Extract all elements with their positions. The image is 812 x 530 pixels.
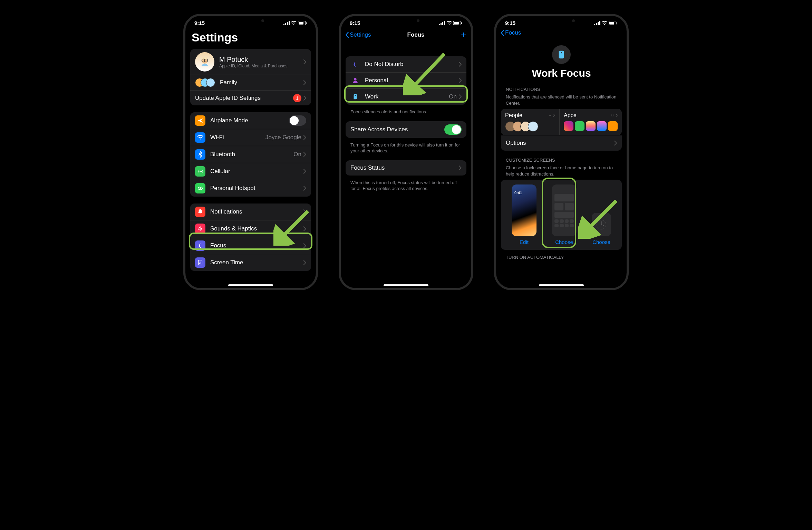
notch (380, 16, 432, 26)
airplane-toggle[interactable] (289, 115, 306, 126)
cellular-row[interactable]: Cellular (190, 163, 311, 180)
hotspot-row[interactable]: Personal Hotspot (190, 180, 311, 197)
bluetooth-value: On (293, 151, 301, 158)
gear-icon (548, 113, 552, 117)
chevron-right-icon (303, 80, 306, 85)
phone-work-focus: 9:15 Focus Work Focus NOTIFICATIONS Noti… (494, 14, 629, 290)
back-button[interactable]: Focus (501, 29, 521, 36)
update-apple-id-row[interactable]: Update Apple ID Settings 1 (190, 90, 311, 105)
bell-slash-icon (610, 113, 615, 117)
svg-rect-19 (354, 94, 357, 99)
wifi-row[interactable]: Wi-Fi Joyce Google (190, 129, 311, 146)
hotspot-label: Personal Hotspot (210, 185, 303, 192)
edit-label[interactable]: Edit (520, 239, 529, 245)
home-indicator[interactable] (539, 284, 584, 286)
chevron-right-icon (303, 260, 306, 265)
svg-point-23 (561, 52, 562, 54)
share-label: Share Across Devices (350, 126, 444, 133)
bluetooth-row[interactable]: Bluetooth On (190, 146, 311, 163)
bluetooth-icon (195, 149, 205, 160)
battery-icon (298, 21, 307, 25)
wifi-value: Joyce Google (265, 134, 301, 141)
options-group: Options (501, 135, 622, 151)
cellular-icon (195, 166, 205, 177)
svg-line-21 (412, 54, 444, 88)
signal-icon (283, 21, 290, 25)
svg-point-20 (355, 95, 356, 96)
choose-home-label[interactable]: Choose (555, 239, 573, 245)
person-icon (350, 76, 360, 85)
apps-tile[interactable]: Apps (560, 109, 622, 135)
focus-icon (195, 240, 205, 251)
badge-count: 1 (293, 94, 301, 102)
share-row[interactable]: Share Across Devices (346, 121, 466, 138)
home-indicator[interactable] (384, 284, 428, 286)
options-row[interactable]: Options (501, 135, 622, 151)
chevron-right-icon (553, 114, 555, 117)
back-chevron-icon (501, 30, 504, 36)
battery-icon (453, 21, 462, 25)
badge-icon (350, 92, 360, 102)
sounds-icon (195, 224, 205, 234)
chevron-right-icon (303, 59, 306, 64)
work-focus-header-icon (552, 45, 571, 64)
add-focus-button[interactable]: + (461, 29, 466, 40)
profile-row[interactable]: M Potuck Apple ID, iCloud, Media & Purch… (190, 49, 311, 75)
annotation-arrow (403, 50, 448, 95)
nav-header: Settings Focus + (341, 27, 471, 42)
people-label: People (505, 112, 522, 119)
phone-settings: 9:15 Settings M Potuck Apple ID, iCloud,… (183, 14, 318, 290)
airplane-row[interactable]: Airplane Mode (190, 112, 311, 129)
chevron-right-icon (459, 165, 462, 170)
wifi-icon (602, 21, 607, 25)
home-indicator[interactable] (228, 284, 273, 286)
options-label: Options (506, 140, 614, 146)
svg-line-17 (280, 211, 308, 239)
annotation-arrow (578, 197, 620, 239)
family-label: Family (220, 79, 303, 86)
chevron-right-icon (303, 186, 306, 191)
customize-head: CUSTOMIZE SCREENS (501, 158, 622, 165)
hotspot-icon (195, 183, 205, 193)
people-tile[interactable]: People (501, 109, 559, 135)
chevron-right-icon (459, 62, 462, 67)
family-row[interactable]: Family (190, 75, 311, 90)
nav-title: Focus (407, 31, 425, 38)
lock-preview-icon: 9:41 (512, 184, 536, 236)
moon-icon (350, 59, 360, 69)
svg-rect-22 (559, 51, 564, 58)
back-button[interactable]: Settings (346, 31, 371, 38)
cellular-label: Cellular (210, 168, 303, 175)
status-time: 9:15 (350, 20, 360, 26)
notifications-desc: Notifications that are silenced will be … (501, 94, 622, 109)
chevron-right-icon (303, 135, 306, 140)
annotation-arrow (273, 208, 311, 246)
choose-watch-label[interactable]: Choose (592, 239, 610, 245)
chevron-right-icon (303, 152, 306, 157)
lock-screen-preview[interactable]: 9:41 Edit (512, 184, 536, 245)
share-toggle[interactable] (444, 124, 462, 135)
svg-rect-13 (199, 260, 202, 265)
screentime-row[interactable]: Screen Time (190, 254, 311, 271)
update-label: Update Apple ID Settings (195, 95, 293, 102)
chevron-right-icon (303, 169, 306, 174)
focus-status-label: Focus Status (350, 164, 459, 171)
focus-status-row[interactable]: Focus Status (346, 160, 466, 176)
phone-focus-list: 9:15 Settings Focus + Do Not Disturb (339, 14, 473, 290)
lock-time-label: 9:41 (514, 191, 522, 195)
focus-status-group: Focus Status (346, 160, 466, 176)
chevron-right-icon (459, 78, 462, 83)
people-avatars (505, 121, 555, 132)
chevron-right-icon (459, 94, 462, 99)
wifi-icon (446, 21, 452, 25)
home-preview-icon (552, 184, 577, 236)
home-screen-preview[interactable]: Choose (552, 184, 577, 245)
auto-head: TURN ON AUTOMATICALLY (501, 255, 622, 262)
share-footer: Turning a Focus on for this device will … (346, 140, 466, 160)
wifi-settings-icon (195, 132, 205, 143)
nav-header: Focus (496, 27, 627, 38)
connectivity-group: Airplane Mode Wi-Fi Joyce Google Bluetoo… (190, 112, 311, 197)
customize-desc: Choose a lock screen face or home page t… (501, 165, 622, 180)
page-title: Work Focus (501, 67, 622, 79)
signal-icon (594, 21, 600, 25)
